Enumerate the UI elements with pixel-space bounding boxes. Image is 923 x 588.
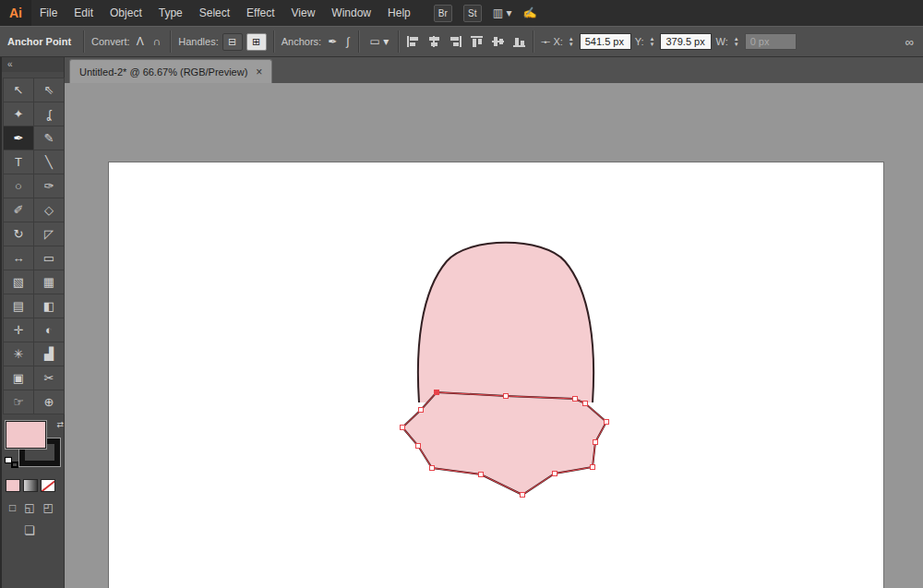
anchor-point[interactable] [605, 420, 609, 425]
perspective-grid-icon: ▦ [43, 275, 54, 289]
document-tab[interactable]: Untitled-2* @ 66.67% (RGB/Preview) × [69, 59, 272, 83]
screen-mode-icon[interactable]: ❏ [24, 523, 35, 537]
stepper-down-icon[interactable]: ▼ [569, 42, 574, 47]
x-label: X: [553, 36, 562, 47]
convert-corner-icon[interactable]: Λ [134, 35, 147, 48]
column-graph-tool[interactable]: ▟ [34, 342, 65, 366]
gradient-button[interactable] [23, 479, 38, 492]
y-stepper[interactable]: ▲▼ [650, 36, 655, 47]
fill-swatch[interactable] [6, 421, 46, 449]
anchor-point[interactable] [521, 493, 525, 498]
workspace-switcher-icon[interactable]: ▥ ▾ [493, 6, 512, 19]
slice-tool[interactable]: ✂ [34, 366, 65, 390]
draw-inside-icon[interactable]: ◰ [43, 501, 54, 514]
remove-anchor-icon[interactable]: ✒ [325, 35, 340, 48]
swap-fill-stroke-icon[interactable]: ⇄ [56, 420, 64, 429]
width-tool[interactable]: ↔ [4, 246, 34, 270]
tools-panel-collapse[interactable]: « [2, 57, 64, 72]
align-center-icon[interactable] [427, 35, 441, 48]
anchor-point[interactable] [430, 466, 435, 471]
zoom-tool[interactable]: ⊕ [34, 390, 65, 414]
anchor-point[interactable] [593, 440, 598, 445]
menu-edit[interactable]: Edit [66, 0, 102, 26]
artboard-options-icon[interactable]: ▭ ▾ [366, 35, 391, 48]
hide-handles-button[interactable]: ⊞ [246, 33, 267, 51]
document-tab-title: Untitled-2* @ 66.67% (RGB/Preview) [79, 66, 247, 78]
artboard[interactable] [108, 162, 884, 588]
blend-tool[interactable]: ◐ [34, 318, 65, 342]
align-middle-icon[interactable] [491, 35, 505, 48]
anchor-point[interactable] [504, 394, 509, 399]
direct-selection-tool[interactable]: ⇖ [34, 78, 65, 102]
align-right-icon[interactable] [449, 35, 462, 48]
anchor-point[interactable] [401, 426, 405, 430]
menu-window[interactable]: Window [323, 0, 379, 26]
separator [358, 30, 360, 53]
menu-select[interactable]: Select [191, 0, 238, 26]
eraser-tool[interactable]: ◇ [34, 198, 65, 222]
anchor-point[interactable] [583, 402, 588, 406]
document-tab-bar: Untitled-2* @ 66.67% (RGB/Preview) × [65, 57, 923, 83]
stepper-down-icon[interactable]: ▼ [650, 42, 655, 47]
hand-tool[interactable]: ☞ [4, 390, 34, 414]
convert-smooth-icon[interactable]: ∩ [150, 35, 164, 48]
scale-tool[interactable]: ◸ [34, 222, 65, 246]
menu-view[interactable]: View [283, 0, 324, 26]
anchor-point[interactable] [591, 465, 595, 470]
anchor-point[interactable] [553, 472, 557, 476]
selection-tool[interactable]: ↖ [4, 78, 34, 102]
rotate-tool[interactable]: ↻ [4, 222, 34, 246]
default-stroke-icon [11, 462, 18, 468]
share-icon[interactable]: ✍ [522, 6, 536, 19]
show-handles-button[interactable]: ⊟ [222, 33, 243, 51]
menu-help[interactable]: Help [379, 0, 419, 26]
paintbrush-tool[interactable]: ✑ [34, 174, 65, 198]
canvas-area[interactable] [65, 83, 923, 588]
magic-wand-tool[interactable]: ✦ [4, 102, 34, 126]
ellipse-tool[interactable]: ○ [4, 174, 34, 198]
reference-point-icon[interactable]: −▪− [541, 38, 549, 46]
type-tool[interactable]: T [4, 150, 34, 174]
draw-behind-icon[interactable]: ◱ [24, 501, 34, 514]
symbol-sprayer-tool[interactable]: ✳ [4, 342, 34, 366]
menu-file[interactable]: File [31, 0, 66, 26]
anchor-point[interactable] [573, 397, 578, 402]
stock-icon[interactable]: St [463, 5, 482, 22]
perspective-grid-tool[interactable]: ▦ [34, 270, 65, 294]
collar-shape[interactable] [402, 392, 606, 495]
anchor-point[interactable] [419, 408, 424, 413]
free-transform-tool[interactable]: ▭ [34, 246, 65, 270]
draw-normal-icon[interactable]: □ [9, 501, 16, 514]
eyedropper-tool[interactable]: ✛ [4, 318, 34, 342]
artboard-tool[interactable]: ▣ [4, 366, 34, 390]
gradient-tool[interactable]: ◧ [34, 294, 65, 318]
link-icon[interactable]: ∞ [905, 35, 916, 49]
x-stepper[interactable]: ▲▼ [569, 36, 574, 47]
bridge-icon[interactable]: Br [434, 5, 452, 22]
lasso-tool[interactable]: ʆ [34, 102, 65, 126]
shape-builder-tool[interactable]: ▧ [4, 270, 34, 294]
menu-effect[interactable]: Effect [238, 0, 282, 26]
menu-object[interactable]: Object [102, 0, 150, 26]
connect-path-icon[interactable]: ∫ [343, 35, 352, 48]
tab-close-icon[interactable]: × [256, 66, 262, 78]
color-button[interactable] [6, 479, 20, 492]
mesh-tool[interactable]: ▤ [4, 294, 34, 318]
line-segment-tool[interactable]: ╲ [34, 150, 65, 174]
y-input[interactable]: 379.5 px [660, 33, 712, 50]
pen-tool[interactable]: ✒ [4, 126, 34, 150]
anchor-point[interactable] [479, 473, 484, 477]
menu-type[interactable]: Type [150, 0, 191, 26]
anchor-point[interactable] [435, 390, 439, 395]
anchor-point[interactable] [416, 444, 421, 449]
none-button[interactable] [41, 479, 55, 492]
x-input[interactable]: 541.5 px [580, 33, 631, 50]
pencil-tool[interactable]: ✐ [4, 198, 34, 222]
align-left-icon[interactable] [406, 35, 420, 48]
add-anchor-point-tool[interactable]: ✎ [34, 126, 65, 150]
align-top-icon[interactable] [470, 35, 484, 48]
default-swatches-icon[interactable] [5, 457, 18, 468]
head-shape[interactable] [418, 243, 593, 402]
align-bottom-icon[interactable] [512, 35, 526, 48]
separator [273, 30, 275, 53]
